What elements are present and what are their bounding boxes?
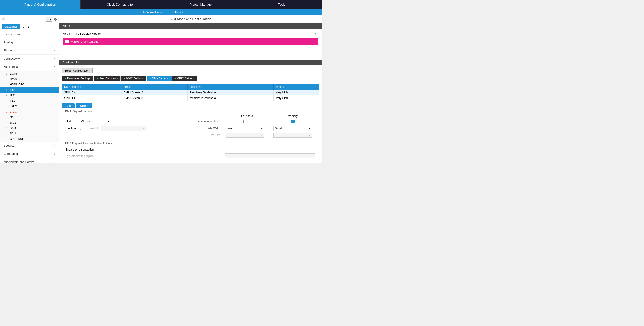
sidebar-item-connectivity[interactable]: Connectivity › (0, 55, 59, 63)
sidebar-sub-jpeg[interactable]: JPEG (0, 104, 59, 109)
sidebar-sub-sai4-label: SAI4 (10, 132, 16, 135)
sidebar-sub-i2s2[interactable]: ✓ I2S2 (0, 93, 59, 98)
tab-parameter-settings[interactable]: ● Parameter Settings (62, 76, 93, 81)
tab-nvic-settings[interactable]: ● NVIC Settings (121, 76, 146, 81)
data-width-label: Data Width (188, 127, 220, 130)
subnav-arrow-2: ∨ (172, 11, 174, 14)
subnav-pinout[interactable]: ∨ Pinout (172, 11, 183, 14)
nav-project[interactable]: Project Manager (161, 0, 242, 9)
tab-user-constants-label: User Constants (99, 77, 118, 80)
sidebar-item-analog[interactable]: Analog › (0, 38, 59, 46)
dma-row1-direction: Peripheral To Memory (188, 90, 274, 95)
memory-data-width-select[interactable]: Word (274, 126, 312, 131)
threshold-select[interactable] (101, 126, 146, 131)
tab-parameter-settings-label: Parameter Settings (67, 77, 90, 80)
peripheral-burst-select[interactable] (226, 133, 264, 138)
sidebar-item-security-label: Security (4, 144, 14, 147)
nav-clock[interactable]: Clock Configuration (80, 0, 161, 9)
sidebar-item-system-core[interactable]: System Core › (0, 30, 59, 38)
mode-select-wrapper: Circular ▼ (79, 119, 111, 124)
mode-body: Mode Full-Duplex Master Master Clock Out… (59, 28, 322, 46)
tab-gpio-settings[interactable]: ● GPIO Settings (172, 76, 198, 81)
tab-categories[interactable]: Categories (2, 24, 20, 29)
add-button[interactable]: Add (62, 103, 75, 108)
dma-row1-request: SPI1_RX (62, 90, 121, 95)
table-row[interactable]: SPI1_TX DMA1 Stream 3 Memory To Peripher… (62, 95, 319, 101)
sidebar-item-timers[interactable]: Timers › (0, 46, 59, 55)
config-section-header: Configuration (59, 60, 322, 65)
reset-config-button[interactable]: Reset Configuration (62, 68, 92, 73)
dma-col-stream: Stream (121, 84, 188, 90)
delete-button[interactable]: Delete (76, 103, 92, 108)
tab-gpio-settings-label: GPIO Settings (177, 77, 195, 80)
use-fifo-checkbox[interactable] (78, 127, 81, 130)
mode-settings-select[interactable]: Circular (79, 119, 111, 124)
sidebar-sub-ltdc[interactable]: ⊘ LTDC (0, 109, 59, 114)
tab-atoz[interactable]: A->Z (21, 24, 32, 29)
peripheral-increment-checkbox[interactable] (244, 120, 247, 123)
tab-user-constants[interactable]: ● User Constants (94, 76, 121, 81)
sidebar-sub-hdmi-cec[interactable]: HDMI_CEC (0, 82, 59, 87)
config-tabs: ● Parameter Settings ● User Constants ● … (62, 76, 319, 81)
threshold-label: Threshold (87, 127, 99, 130)
nav-project-label: Project Manager (190, 3, 213, 6)
dma-col-priority: Priority (274, 84, 319, 90)
subnav-software-packs-label: Software Packs (142, 11, 162, 14)
table-row[interactable]: SPI1_RX DMA1 Stream 2 Peripheral To Memo… (62, 90, 319, 95)
sidebar-item-connectivity-label: Connectivity (4, 57, 20, 60)
sidebar-list: System Core › Analog › Timers › Connecti… (0, 30, 59, 163)
mode-select[interactable]: Full-Duplex Master (74, 31, 318, 36)
tab-ok-icon: ● (150, 77, 151, 80)
sidebar-sub-spdifrx1[interactable]: SPDIFRX1 (0, 136, 59, 142)
enable-sync-checkbox[interactable] (188, 148, 191, 151)
fifo-left: Use Fifo Threshold ▼ (66, 126, 188, 131)
nav-pinout[interactable]: Pinout & Configuration (0, 0, 80, 9)
chevron-right-icon: › (54, 153, 55, 155)
mode-select-wrapper: Full-Duplex Master (74, 31, 318, 36)
dma-row2-priority: Very High (274, 95, 319, 101)
sidebar-sub-i2s3[interactable]: ✓ I2S3 (0, 98, 59, 104)
tab-dma-settings[interactable]: ● DMA Settings (147, 76, 172, 81)
master-clock-checkbox[interactable] (65, 40, 69, 43)
sidebar-sub-sai3[interactable]: ⚠ SAI3 (0, 125, 59, 131)
peripheral-data-width-select[interactable]: Word (226, 126, 264, 131)
sidebar-sub-sai4[interactable]: SAI4 (0, 131, 59, 136)
sidebar-sub-sai1[interactable]: SAI1 (0, 114, 59, 120)
sidebar-item-middleware[interactable]: Middleware and Softwa... › (0, 158, 59, 163)
tab-ok-icon: ● (97, 77, 98, 80)
main-content: Mode Mode Full-Duplex Master Master Cloc… (59, 23, 322, 163)
memory-word-wrapper: Word ▼ (274, 126, 312, 131)
sidebar-sub-sai2-label: SAI2 (10, 121, 16, 124)
search-dropdown[interactable] (46, 17, 52, 21)
content-title-text: I2S1 Mode and Configuration (170, 17, 211, 21)
sidebar-item-multimedia[interactable]: Multimedia ∨ (0, 63, 59, 71)
sidebar-item-computing[interactable]: Computing › (0, 150, 59, 158)
memory-burst-wrapper: ▼ (274, 133, 312, 138)
sidebar-item-security[interactable]: Security › (0, 142, 59, 150)
use-fifo-label: Use Fifo (66, 127, 76, 130)
sidebar-tabs: Categories A->Z (0, 23, 59, 30)
settings-gear-icon[interactable]: ⚙ (54, 17, 57, 21)
sidebar-sub-dcmi[interactable]: ⊘ DCMI (0, 71, 59, 76)
sync-signal-select[interactable] (225, 153, 316, 158)
memory-burst-select[interactable] (274, 133, 312, 138)
dma-table: DMA Request Stream Direction Priority (62, 84, 319, 101)
sidebar-sub-dma2d[interactable]: DMA2D (0, 76, 59, 82)
sidebar-sub-i2s2-label: I2S2 (10, 94, 16, 97)
sidebar-sub-i2s1[interactable]: ⚠ I2S1 (0, 87, 59, 93)
sidebar-sub-spdifrx1-label: SPDIFRX1 (10, 137, 23, 141)
search-icon: 🔍 (2, 17, 6, 21)
enable-sync-label: Enable synchronization (66, 148, 188, 151)
sidebar-sub-sai2[interactable]: SAI2 (0, 120, 59, 125)
memory-burst-cell: ▼ (270, 133, 316, 138)
nav-tools[interactable]: Tools (242, 0, 322, 9)
memory-increment-checked[interactable]: ✓ (291, 120, 294, 123)
sidebar-sub-ltdc-label: LTDC (10, 110, 17, 113)
chevron-right-icon: › (54, 161, 55, 163)
add-button-label: Add (66, 104, 70, 107)
subnav-software-packs[interactable]: ∨ Software Packs (139, 11, 162, 14)
sidebar-item-timers-label: Timers (4, 49, 12, 52)
dma-row2-request: SPI1_TX (62, 95, 121, 101)
search-input[interactable] (7, 17, 44, 22)
dma-col-direction: Direction (188, 84, 274, 90)
